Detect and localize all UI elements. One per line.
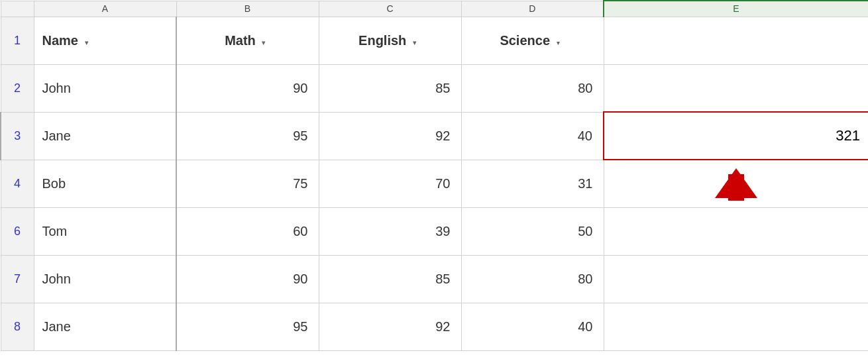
row-num-6: 6	[1, 207, 34, 255]
cell-c3[interactable]: 92	[319, 112, 461, 160]
grid-wrapper: A B C D E 1 Name ▾ Math ▾	[0, 0, 868, 357]
cell-a8[interactable]: Jane	[34, 303, 176, 350]
cell-b6[interactable]: 60	[176, 207, 319, 255]
col-e-header[interactable]: E	[604, 1, 868, 17]
row-num-4: 4	[1, 160, 34, 207]
science-column-header[interactable]: Science ▾	[461, 17, 604, 64]
cell-c8[interactable]: 92	[319, 303, 461, 350]
table-row: 6 Tom 60 39 50	[1, 207, 868, 255]
row-num-7: 7	[1, 255, 34, 303]
column-header-row: A B C D E	[1, 1, 868, 17]
cell-b8[interactable]: 95	[176, 303, 319, 350]
cell-e7[interactable]	[604, 255, 868, 303]
english-column-header[interactable]: English ▾	[319, 17, 461, 64]
spreadsheet-table: A B C D E 1 Name ▾ Math ▾	[0, 0, 868, 351]
cell-e2[interactable]	[604, 64, 868, 112]
col-a-header[interactable]: A	[34, 1, 176, 17]
cell-d6[interactable]: 50	[461, 207, 604, 255]
cell-c6[interactable]: 39	[319, 207, 461, 255]
cell-a3[interactable]: Jane	[34, 112, 176, 160]
cell-d2[interactable]: 80	[461, 64, 604, 112]
name-filter-icon[interactable]: ▾	[85, 39, 88, 46]
cell-e3-active[interactable]: 321	[604, 112, 868, 160]
math-header-label: Math	[225, 33, 256, 48]
row-num-3: 3	[1, 112, 34, 160]
row-num-2: 2	[1, 64, 34, 112]
cell-b3[interactable]: 95	[176, 112, 319, 160]
english-header-label: English	[358, 33, 406, 48]
name-header-label: Name	[42, 33, 78, 48]
cell-a4[interactable]: Bob	[34, 160, 176, 207]
cell-a7[interactable]: John	[34, 255, 176, 303]
cell-c4[interactable]: 70	[319, 160, 461, 207]
cell-b7[interactable]: 90	[176, 255, 319, 303]
e1-cell	[604, 17, 868, 64]
cell-e4-arrow	[604, 160, 868, 207]
table-row: 7 John 90 85 80	[1, 255, 868, 303]
name-column-header[interactable]: Name ▾	[34, 17, 176, 64]
table-row: 2 John 90 85 80	[1, 64, 868, 112]
cell-e6[interactable]	[604, 207, 868, 255]
science-filter-icon[interactable]: ▾	[557, 40, 560, 46]
cell-a6[interactable]: Tom	[34, 207, 176, 255]
cell-a2[interactable]: John	[34, 64, 176, 112]
table-row: 3 Jane 95 92 40 321	[1, 112, 868, 160]
english-filter-icon[interactable]: ▾	[413, 39, 416, 46]
cell-d3[interactable]: 40	[461, 112, 604, 160]
math-filter-icon[interactable]: ▾	[262, 39, 265, 46]
math-column-header[interactable]: Math ▾	[176, 17, 319, 64]
spreadsheet: A B C D E 1 Name ▾ Math ▾	[0, 0, 868, 357]
col-c-header[interactable]: C	[319, 1, 461, 17]
cell-d8[interactable]: 40	[461, 303, 604, 350]
row-num-8: 8	[1, 303, 34, 350]
cell-b4[interactable]: 75	[176, 160, 319, 207]
science-header-label: Science	[500, 33, 550, 48]
cell-e8[interactable]	[604, 303, 868, 350]
col-d-header[interactable]: D	[461, 1, 604, 17]
table-row: 4 Bob 75 70 31	[1, 160, 868, 207]
cell-b2[interactable]: 90	[176, 64, 319, 112]
table-row: 8 Jane 95 92 40	[1, 303, 868, 350]
cell-d4[interactable]: 31	[461, 160, 604, 207]
col-b-header[interactable]: B	[176, 1, 319, 17]
cell-c7[interactable]: 85	[319, 255, 461, 303]
data-header-row: 1 Name ▾ Math ▾ English ▾ Science	[1, 17, 868, 64]
red-up-arrow-icon	[610, 162, 863, 206]
corner-header	[1, 1, 34, 17]
cell-d7[interactable]: 80	[461, 255, 604, 303]
row-num-1: 1	[1, 17, 34, 64]
cell-c2[interactable]: 85	[319, 64, 461, 112]
